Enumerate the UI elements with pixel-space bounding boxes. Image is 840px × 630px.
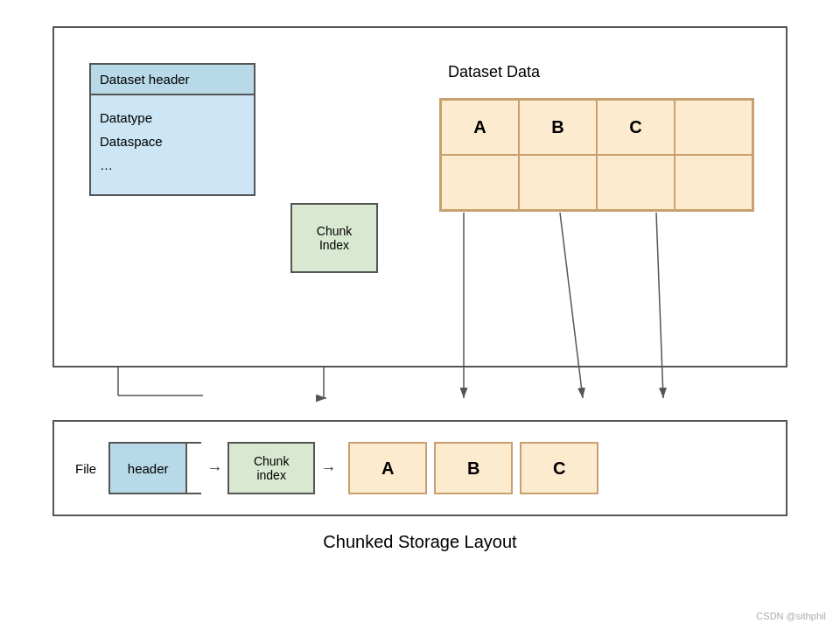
- dataset-header-block: Dataset header Datatype Dataspace …: [89, 63, 256, 196]
- chunk-index-label: ChunkIndex: [317, 224, 352, 252]
- data-cell-empty5: [675, 155, 752, 210]
- datatype-label: Datatype: [100, 106, 245, 130]
- dataspace-label: Dataspace: [100, 130, 245, 153]
- data-cell-empty2: [441, 155, 519, 210]
- caption: Chunked Storage Layout: [323, 532, 516, 552]
- chunk-index-file-block: Chunkindex: [228, 442, 315, 494]
- data-cell-c: C: [597, 100, 675, 155]
- data-cell-a: A: [441, 100, 519, 155]
- bottom-file-box: File header → Chunkindex → A B C: [52, 420, 788, 516]
- data-cell-b: B: [519, 100, 597, 155]
- data-cell-empty3: [519, 155, 597, 210]
- data-cell-empty4: [597, 155, 675, 210]
- dataset-header-body: Datatype Dataspace …: [91, 95, 254, 194]
- main-container: Dataset header Datatype Dataspace … Chun…: [0, 0, 840, 570]
- arrow-to-a: →: [315, 459, 341, 478]
- arrow-to-chunk-index: →: [201, 459, 228, 478]
- chunk-c-block: C: [520, 442, 598, 494]
- dataset-data-label: Dataset Data: [448, 63, 540, 81]
- top-diagram-box: Dataset header Datatype Dataspace … Chun…: [52, 26, 788, 368]
- chunk-b-block: B: [434, 442, 513, 494]
- file-label: File: [63, 461, 108, 476]
- ellipsis-label: …: [100, 153, 245, 177]
- chunk-index-block: ChunkIndex: [290, 203, 378, 273]
- chunk-a-block: A: [348, 442, 427, 494]
- dataset-header-title: Dataset header: [91, 65, 254, 95]
- watermark: CSDN @sithphil: [756, 611, 826, 621]
- header-block: header: [108, 442, 187, 494]
- data-cell-empty1: [675, 100, 752, 155]
- gap-block: [187, 442, 201, 494]
- dataset-data-grid: A B C: [439, 98, 754, 212]
